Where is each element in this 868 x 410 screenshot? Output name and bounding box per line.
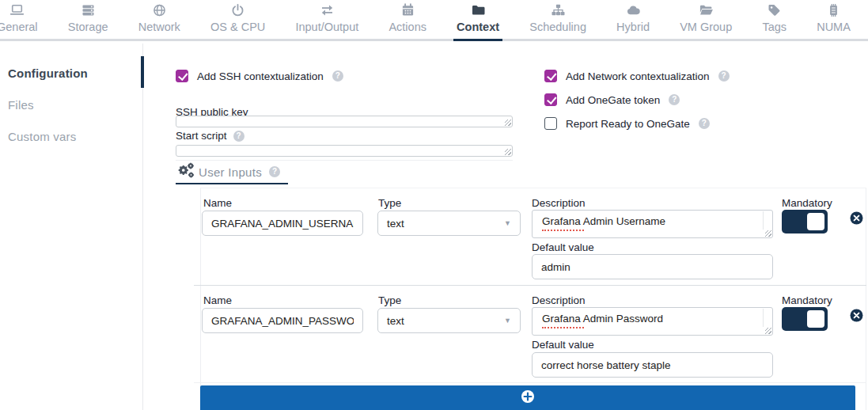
network-contextualization-checkbox[interactable]: [544, 70, 557, 82]
tag-icon: [767, 3, 782, 17]
tab-label: Storage: [68, 21, 108, 33]
tab-os-cpu[interactable]: OS & CPU: [207, 0, 268, 41]
report-ready-row: Report Ready to OneGate ?: [544, 117, 710, 130]
tab-scheduling[interactable]: Scheduling: [526, 0, 589, 41]
description-text: Grafana Admin Username: [542, 215, 665, 227]
resize-grip-icon[interactable]: [765, 230, 771, 237]
tab-hybrid[interactable]: Hybrid: [613, 0, 653, 41]
tab-network[interactable]: Network: [135, 0, 184, 41]
column-header-mandatory: Mandatory: [782, 294, 832, 306]
tab-input-output[interactable]: Input/Output: [292, 0, 362, 41]
chevron-down-icon: ▼: [504, 317, 511, 325]
delete-user-input-button[interactable]: [850, 211, 863, 225]
scrollbar-track: [763, 309, 764, 327]
tab-label: Actions: [389, 21, 426, 33]
tab-label: Network: [138, 21, 180, 33]
user-input-type-select[interactable]: text ▼: [377, 308, 521, 333]
onegate-token-row: Add OneGate token ?: [544, 93, 680, 106]
tab-label: Input/Output: [295, 21, 358, 33]
question-circle-icon[interactable]: ?: [718, 70, 730, 82]
default-value-label: Default value: [532, 241, 594, 253]
sidebar-item-configuration[interactable]: Configuration: [8, 66, 88, 80]
ssh-contextualization-label: Add SSH contextualization: [197, 70, 324, 82]
row-separator: [194, 285, 866, 286]
toggle-knob: [807, 310, 824, 328]
question-circle-icon[interactable]: ?: [269, 166, 280, 177]
tab-label: OS & CPU: [210, 21, 265, 33]
user-input-description-textarea[interactable]: Grafana Admin Username: [532, 210, 773, 238]
tab-numa[interactable]: NUMA: [813, 0, 854, 41]
mandatory-toggle[interactable]: [782, 210, 828, 233]
column-header-name: Name: [203, 197, 232, 209]
tab-general[interactable]: General: [0, 0, 41, 41]
user-input-name-field[interactable]: [202, 308, 363, 333]
column-header-mandatory: Mandatory: [782, 197, 832, 209]
user-input-default-value-field[interactable]: [532, 254, 773, 279]
sidebar-active-indicator: [141, 56, 144, 88]
tab-label: Context: [457, 21, 499, 33]
tab-label: General: [0, 21, 38, 33]
sidebar-item-files[interactable]: Files: [8, 98, 34, 112]
report-ready-label: Report Ready to OneGate: [566, 118, 690, 130]
tab-context[interactable]: Context: [453, 0, 502, 41]
user-input-type-select[interactable]: text ▼: [377, 211, 521, 236]
tab-label: Hybrid: [616, 21, 650, 33]
spellcheck-underline: [542, 325, 584, 328]
column-header-type: Type: [378, 294, 401, 306]
gears-icon: [176, 161, 196, 183]
question-circle-icon[interactable]: ?: [332, 70, 343, 82]
start-script-textarea[interactable]: [176, 145, 513, 157]
resize-grip-icon[interactable]: [505, 149, 511, 155]
row-separator: [194, 382, 866, 383]
tab-label: NUMA: [817, 21, 851, 33]
mandatory-toggle[interactable]: [782, 307, 828, 331]
toggle-knob: [807, 213, 824, 230]
resize-grip-icon[interactable]: [505, 120, 511, 126]
default-value-label: Default value: [532, 339, 594, 351]
user-inputs-title: User Inputs: [199, 165, 262, 179]
selected-type-value: text: [387, 218, 404, 230]
user-inputs-tab[interactable]: User Inputs ?: [176, 161, 280, 182]
folder-icon: [471, 3, 486, 17]
sidebar-divider: [142, 44, 143, 410]
column-header-name: Name: [203, 294, 232, 306]
report-ready-checkbox[interactable]: [544, 117, 557, 130]
user-input-description-textarea[interactable]: Grafana Admin Password: [532, 307, 773, 336]
globe-icon: [152, 3, 167, 17]
tab-label: Tags: [762, 21, 787, 33]
resize-grip-icon[interactable]: [765, 328, 771, 334]
question-circle-icon[interactable]: ?: [233, 131, 244, 142]
sidebar-item-custom-vars[interactable]: Custom vars: [8, 130, 76, 143]
spellcheck-underline: [542, 228, 584, 231]
tab-vm-group[interactable]: VM Group: [677, 0, 735, 41]
plus-circle-icon: [521, 390, 534, 405]
chevron-down-icon: ▼: [504, 219, 511, 227]
column-header-description: Description: [532, 197, 586, 209]
user-input-name-field[interactable]: [202, 211, 363, 236]
ssh-public-key-textarea[interactable]: [176, 116, 513, 127]
server-stack-icon: [81, 3, 96, 17]
onegate-token-checkbox[interactable]: [544, 93, 557, 106]
ssh-contextualization-checkbox[interactable]: [176, 70, 188, 82]
tab-storage[interactable]: Storage: [65, 0, 112, 41]
scrollbar-track: [763, 211, 764, 230]
tab-label: VM Group: [680, 21, 732, 33]
tab-actions[interactable]: Actions: [385, 0, 430, 41]
question-circle-icon[interactable]: ?: [699, 118, 710, 129]
exchange-arrows-icon: [320, 3, 335, 17]
network-contextualization-label: Add Network contextualization: [566, 70, 710, 82]
power-icon: [230, 3, 245, 17]
user-inputs-tab-underline: [176, 183, 288, 184]
sitemap-icon: [551, 3, 566, 17]
cloud-icon: [626, 3, 641, 17]
delete-user-input-button[interactable]: [850, 309, 863, 322]
laptop-icon: [9, 3, 25, 17]
add-user-input-button[interactable]: [200, 385, 855, 410]
tab-tags[interactable]: Tags: [759, 0, 790, 41]
tab-label: Scheduling: [529, 21, 586, 33]
user-input-default-value-field[interactable]: [532, 352, 773, 378]
ssh-contextualization-row: Add SSH contextualization ?: [176, 70, 343, 82]
folder-open-icon: [699, 3, 714, 17]
question-circle-icon[interactable]: ?: [669, 94, 680, 105]
vm-template-context-screen: General Storage Network OS & CPU Input/O…: [0, 0, 868, 410]
